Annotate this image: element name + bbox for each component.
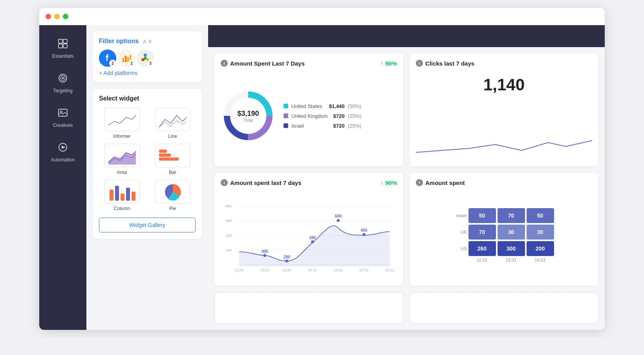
heatmap-row-uk: UK 70 30 30	[454, 225, 554, 240]
svg-point-17	[144, 53, 147, 57]
sidebar-item-creatives[interactable]: Creatives	[43, 102, 82, 134]
cell-us-1201: 260	[468, 241, 496, 256]
svg-rect-11	[123, 58, 124, 62]
amount-spent-chart-title: Amount spent last 7 days	[230, 179, 302, 186]
amount-spent-chart-badge: ↑ 90%	[381, 179, 397, 186]
sidebar-item-automation[interactable]: Automation	[43, 137, 82, 168]
dot-minimize[interactable]	[54, 14, 60, 19]
svg-text:400: 400	[262, 249, 268, 254]
widget-item-pie[interactable]: Pie	[150, 180, 196, 211]
legend-item-israel: Israel $720 (25%)	[284, 123, 361, 129]
targeting-icon	[58, 73, 68, 86]
dashboard-grid: i Amount Spent Last 7 Days ↑ 90%	[208, 47, 605, 330]
cell-uk-1301: 30	[498, 225, 525, 240]
empty-card-1	[214, 292, 403, 324]
svg-rect-23	[121, 194, 124, 201]
area-thumb	[104, 144, 140, 167]
platform-google[interactable]: 3	[137, 49, 154, 67]
clicks-info-icon[interactable]: i	[416, 60, 423, 67]
sidebar: Essentials Targeting	[39, 25, 86, 330]
clicks-card: i Clicks last 7 days 1,140	[410, 53, 598, 167]
svg-text:450: 450	[360, 228, 367, 232]
row-label-uk: UK	[454, 230, 467, 234]
svg-text:400: 400	[225, 234, 232, 238]
dot-fullscreen[interactable]	[63, 14, 68, 19]
heatmap-row-israel: Israel 50 70 50	[454, 208, 554, 223]
svg-point-42	[311, 240, 314, 243]
heatmap-inner: Israel 50 70 50 UK 70 30	[454, 208, 554, 262]
svg-rect-12	[125, 56, 126, 62]
svg-rect-2	[59, 44, 62, 48]
heatmap-container: Israel 50 70 50 UK 70 30	[416, 191, 592, 280]
bar-label: Bar	[169, 170, 176, 175]
column-label: Column	[114, 206, 130, 211]
svg-point-6	[62, 77, 64, 79]
widget-item-bar[interactable]: Bar	[150, 144, 196, 175]
filter-arrows: ∧ ∨	[143, 38, 152, 44]
platforms-row: 2 2	[99, 49, 196, 67]
svg-rect-19	[159, 157, 179, 161]
heatmap-col-labels: 12.01 13.01 14.01	[468, 258, 554, 262]
svg-text:17.01: 17.01	[359, 268, 368, 272]
heatmap-title: Amount spent	[425, 179, 465, 186]
widget-item-line[interactable]: Line	[150, 108, 196, 139]
amount-spent-title: Amount Spent Last 7 Days	[230, 60, 305, 67]
dot-close[interactable]	[46, 14, 51, 19]
svg-rect-20	[159, 150, 167, 153]
clicks-title-group: i Clicks last 7 days	[416, 60, 474, 67]
right-panel: i Amount Spent Last 7 Days ↑ 90%	[208, 25, 605, 330]
platform-facebook[interactable]: 2	[99, 49, 116, 67]
amount-spent-chart-info-icon[interactable]: i	[221, 179, 228, 186]
svg-text:600: 600	[225, 219, 232, 223]
cell-uk-1401: 30	[527, 225, 554, 240]
filter-arrow-up[interactable]: ∧	[143, 38, 146, 44]
left-panel: Filter options ∧ ∨	[86, 25, 208, 330]
svg-point-40	[263, 254, 266, 257]
platform-analytics[interactable]: 2	[118, 49, 135, 67]
cell-israel-1401: 50	[527, 208, 554, 223]
sidebar-item-targeting[interactable]: Targeting	[43, 68, 82, 99]
widget-gallery-button[interactable]: Widget Gallery	[99, 218, 196, 232]
add-platforms-label: + Add platforms	[99, 70, 137, 76]
widget-item-area[interactable]: Area	[99, 144, 145, 175]
svg-rect-1	[63, 39, 67, 43]
sidebar-item-automation-label: Automation	[51, 157, 75, 163]
legend-value-israel: $720	[333, 123, 345, 129]
legend-item-uk: United Kingdom $720 (25%)	[284, 113, 361, 119]
dashboard-header	[208, 25, 605, 47]
sidebar-item-essentials[interactable]: Essentials	[43, 33, 82, 64]
legend-color-us	[284, 104, 288, 108]
heatmap-info-icon[interactable]: i	[416, 179, 423, 186]
line-label: Line	[168, 134, 177, 139]
donut-container: $3,190 Total United States $1,440 (50%)	[221, 71, 397, 160]
widget-item-column[interactable]: Column	[99, 180, 145, 211]
row-label-us: US	[454, 246, 467, 251]
title-bar	[39, 8, 605, 25]
select-widget-card: Select widget Informer	[93, 89, 202, 239]
donut-legend: United States $1,440 (50%) United Kingdo…	[284, 103, 361, 129]
svg-point-16	[141, 58, 145, 61]
row-label-israel: Israel	[454, 213, 467, 218]
google-count: 3	[147, 60, 154, 67]
svg-point-44	[362, 233, 365, 236]
facebook-count: 2	[109, 60, 116, 67]
essentials-icon	[58, 38, 68, 51]
informer-label: Informer	[113, 134, 131, 139]
amount-spent-title-group: i Amount Spent Last 7 Days	[221, 60, 305, 67]
legend-pct-uk: (25%)	[348, 113, 361, 119]
filter-arrow-down[interactable]: ∨	[148, 38, 152, 44]
svg-point-41	[285, 260, 288, 262]
svg-rect-24	[126, 188, 130, 201]
widget-grid: Informer Line	[99, 108, 196, 211]
svg-rect-18	[159, 154, 171, 157]
heatmap-title-group: i Amount spent	[416, 179, 465, 186]
amount-spent-badge: ↑ 90%	[381, 60, 397, 67]
legend-color-uk	[284, 113, 288, 118]
amount-spent-info-icon[interactable]: i	[221, 60, 228, 67]
add-platforms-button[interactable]: + Add platforms	[99, 70, 196, 76]
legend-name-us: United States	[291, 103, 324, 109]
svg-rect-25	[132, 192, 135, 201]
line-chart-area: 800 600 400 200	[221, 191, 397, 280]
analytics-count: 2	[128, 60, 135, 67]
widget-item-informer[interactable]: Informer	[99, 108, 145, 139]
